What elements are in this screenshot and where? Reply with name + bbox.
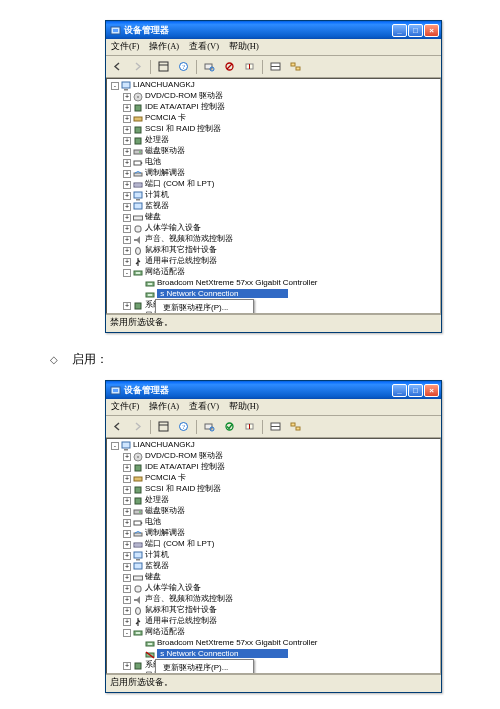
close-button[interactable]: × [424,24,439,37]
menu-action[interactable]: 操作(A) [147,40,181,54]
tree-root[interactable]: -LIANCHUANGKJ [107,80,440,91]
tree-category[interactable]: +声音、视频和游戏控制器 [107,234,440,245]
tree-category[interactable]: +电池 [107,157,440,168]
tree-category[interactable]: +通用串行总线控制器 [107,256,440,267]
expand-toggle[interactable]: + [123,137,131,145]
menu-view[interactable]: 查看(V) [187,40,221,54]
expand-toggle[interactable]: + [123,203,131,211]
menu-file[interactable]: 文件(F) [109,400,141,414]
expand-toggle[interactable]: + [123,115,131,123]
tool-disable[interactable] [221,58,238,75]
maximize-button[interactable]: □ [408,24,423,37]
tool-scan[interactable] [201,58,218,75]
tree-category[interactable]: +电池 [107,517,440,528]
tool-uninstall[interactable] [241,58,258,75]
tool-help[interactable]: ? [175,418,192,435]
tree-root[interactable]: -LIANCHUANGKJ [107,440,440,451]
close-button[interactable]: × [424,384,439,397]
minimize-button[interactable]: _ [392,24,407,37]
tree-category[interactable]: +鼠标和其它指针设备 [107,605,440,616]
tool-properties[interactable] [155,418,172,435]
tool-view1[interactable] [267,58,284,75]
expand-toggle[interactable]: - [123,269,131,277]
tree-category[interactable]: +PCMCIA 卡 [107,113,440,124]
expand-toggle[interactable]: + [123,236,131,244]
tree-category[interactable]: +DVD/CD-ROM 驱动器 [107,451,440,462]
expand-toggle[interactable]: + [123,596,131,604]
tool-view2[interactable] [287,418,304,435]
tree-category[interactable]: +DVD/CD-ROM 驱动器 [107,91,440,102]
tool-forward[interactable] [129,418,146,435]
expand-toggle[interactable]: - [123,629,131,637]
menu-file[interactable]: 文件(F) [109,40,141,54]
menu-view[interactable]: 查看(V) [187,400,221,414]
expand-toggle[interactable]: + [123,247,131,255]
tree-view[interactable]: -LIANCHUANGKJ+DVD/CD-ROM 驱动器+IDE ATA/ATA… [106,78,441,314]
expand-toggle[interactable]: + [123,475,131,483]
tool-scan[interactable] [201,418,218,435]
expand-toggle[interactable]: + [123,541,131,549]
tool-back[interactable] [109,58,126,75]
expand-toggle[interactable]: + [123,585,131,593]
titlebar[interactable]: 设备管理器 _ □ × [106,381,441,399]
tree-category[interactable]: +端口 (COM 和 LPT) [107,179,440,190]
expand-toggle[interactable]: + [123,453,131,461]
expand-toggle[interactable]: + [123,159,131,167]
expand-toggle[interactable]: + [123,508,131,516]
expand-toggle[interactable]: + [123,302,131,310]
tree-category[interactable]: +磁盘驱动器 [107,506,440,517]
expand-toggle[interactable]: + [123,497,131,505]
tree-category[interactable]: +处理器 [107,135,440,146]
tree-category[interactable]: +PCMCIA 卡 [107,473,440,484]
expand-toggle[interactable]: + [123,126,131,134]
expand-toggle[interactable]: - [111,442,119,450]
menu-action[interactable]: 操作(A) [147,400,181,414]
titlebar[interactable]: 设备管理器 _ □ × [106,21,441,39]
tree-category[interactable]: +调制解调器 [107,168,440,179]
maximize-button[interactable]: □ [408,384,423,397]
expand-toggle[interactable]: + [123,607,131,615]
tree-category[interactable]: +通用串行总线控制器 [107,616,440,627]
expand-toggle[interactable]: + [123,181,131,189]
tree-category[interactable]: +人体学输入设备 [107,223,440,234]
ctx-update[interactable]: 更新驱动程序(P)... [157,661,252,674]
tree-category[interactable]: +鼠标和其它指针设备 [107,245,440,256]
tree-category[interactable]: +键盘 [107,572,440,583]
tool-help[interactable]: ? [175,58,192,75]
menu-help[interactable]: 帮助(H) [227,400,261,414]
menu-help[interactable]: 帮助(H) [227,40,261,54]
tool-properties[interactable] [155,58,172,75]
expand-toggle[interactable]: + [123,192,131,200]
expand-toggle[interactable]: + [123,563,131,571]
tree-category[interactable]: +处理器 [107,495,440,506]
tree-category[interactable]: -网络适配器 [107,267,440,278]
tree-category[interactable]: +IDE ATA/ATAPI 控制器 [107,462,440,473]
tree-category[interactable]: +磁盘驱动器 [107,146,440,157]
tool-back[interactable] [109,418,126,435]
tree-category[interactable]: +调制解调器 [107,528,440,539]
expand-toggle[interactable]: + [123,170,131,178]
tree-view[interactable]: -LIANCHUANGKJ+DVD/CD-ROM 驱动器+IDE ATA/ATA… [106,438,441,674]
expand-toggle[interactable]: + [123,148,131,156]
expand-toggle[interactable]: + [123,225,131,233]
expand-toggle[interactable]: + [123,574,131,582]
tree-item[interactable]: Broadcom NetXtreme 57xx Gigabit Controll… [107,638,440,649]
tree-category[interactable]: +计算机 [107,190,440,201]
tree-category[interactable]: +IDE ATA/ATAPI 控制器 [107,102,440,113]
tool-view2[interactable] [287,58,304,75]
tree-category[interactable]: +SCSI 和 RAID 控制器 [107,484,440,495]
ctx-update[interactable]: 更新驱动程序(P)... [157,301,252,314]
expand-toggle[interactable]: + [123,530,131,538]
tool-view1[interactable] [267,418,284,435]
tree-category[interactable]: +端口 (COM 和 LPT) [107,539,440,550]
expand-toggle[interactable]: + [123,552,131,560]
expand-toggle[interactable]: + [123,258,131,266]
tree-category[interactable]: +监视器 [107,561,440,572]
tool-enable[interactable] [221,418,238,435]
tree-category[interactable]: +人体学输入设备 [107,583,440,594]
tree-category[interactable]: +键盘 [107,212,440,223]
tree-item[interactable]: Broadcom NetXtreme 57xx Gigabit Controll… [107,278,440,289]
expand-toggle[interactable]: + [123,93,131,101]
expand-toggle[interactable]: + [123,214,131,222]
tree-category[interactable]: +计算机 [107,550,440,561]
